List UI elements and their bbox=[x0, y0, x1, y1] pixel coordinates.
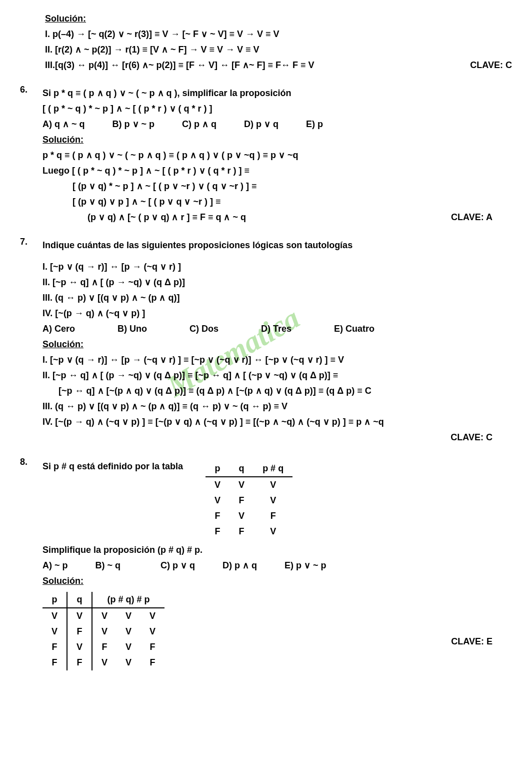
q8-options: A) ~ p B) ~ q C) p ∨ q D) p ∧ q E) p ∨ ~… bbox=[42, 559, 492, 572]
q7-opt-c: C) Dos bbox=[190, 322, 218, 336]
q6-clave: CLAVE: A bbox=[451, 211, 492, 224]
q8-opt-c: C) p ∨ q bbox=[160, 559, 195, 572]
q7-sol-4: IV. [~(p → q) ∧ (~q ∨ p) ] ≡ [~(p ∨ q) ∧… bbox=[42, 415, 492, 429]
q6-opt-e: E) p bbox=[306, 118, 323, 131]
th2-pq: (p # q) # p bbox=[92, 592, 164, 608]
q8-solucion: Solución: bbox=[42, 576, 84, 586]
q8-number: 8. bbox=[20, 457, 40, 467]
q6-opt-d: D) p ∨ q bbox=[244, 118, 278, 131]
q6-prompt-2: [ ( p * ~ q ) * ~ p ] ∧ ~ [ ( p * r ) ∨ … bbox=[42, 102, 492, 116]
q7-ii: II. [~p ↔ q] ∧ [ (p → ~q) ∨ (q Δ p)] bbox=[42, 276, 492, 289]
q7-clave: CLAVE: C bbox=[42, 431, 492, 444]
q7-sol-2: II. [~p ↔ q] ∧ [ (p → ~q) ∨ (q Δ p)] ≡ [… bbox=[42, 369, 492, 382]
q7-i: I. [~p ∨ (q → r)] ↔ [p → (~q ∨ r) ] bbox=[42, 260, 492, 274]
th2-p: p bbox=[42, 592, 67, 608]
q7-iii: III. (q ↔ p) ∨ [(q ∨ p) ∧ ~ (p ∧ q)] bbox=[42, 291, 492, 305]
q8-opt-a: A) ~ p bbox=[42, 559, 68, 572]
table-row: FFVVF bbox=[42, 655, 164, 670]
sol-line-ii: II. [r(2) ∧ ~ p(2)] → r(1) ≡ [V ∧ ~ F] →… bbox=[45, 43, 512, 57]
th-q: q bbox=[230, 461, 254, 477]
q6-sol-4: [ (p ∨ q) ∨ p ] ∧ ~ [ ( p ∨ q ∨ ~r ) ] ≡ bbox=[42, 195, 492, 209]
q6-opt-c: C) p ∧ q bbox=[182, 118, 216, 131]
q6-opt-a: A) q ∧ ~ q bbox=[42, 118, 85, 131]
th-p: p bbox=[206, 461, 230, 477]
q8-prompt: Si p # q está definido por la tabla p q … bbox=[42, 459, 492, 541]
q8-opt-b: B) ~ q bbox=[96, 559, 121, 572]
q7-opt-b: B) Uno bbox=[118, 322, 147, 336]
q7-sol-2b: [~p ↔ q] ∧ [~(p ∧ q) ∨ (q Δ p)] ≡ (q Δ p… bbox=[42, 384, 492, 398]
q6-sol-3: [ (p ∨ q) * ~ p ] ∧ ~ [ ( p ∨ ~r ) ∨ ( q… bbox=[42, 180, 492, 193]
q6-opt-b: B) p ∨ ~ p bbox=[112, 118, 155, 131]
question-7: 7. Indique cuántas de las siguientes pro… bbox=[20, 237, 512, 446]
th2-q: q bbox=[67, 592, 92, 608]
q7-sol-3: III. (q ↔ p) ∨ [(q ∨ p) ∧ ~ (p ∧ q)] ≡ (… bbox=[42, 400, 492, 413]
table-row: FVF bbox=[206, 508, 292, 524]
q8-clave: CLAVE: E bbox=[451, 635, 492, 648]
th-pq: p # q bbox=[254, 461, 292, 477]
q6-sol-5: (p ∨ q) ∧ [~ ( p ∨ q) ∧ r ] ≡ F ≡ q ∧ ~ … bbox=[42, 211, 492, 224]
q8-prompt-2: Simplifique la proposición (p # q) # p. bbox=[42, 543, 492, 557]
q6-solucion: Solución: bbox=[42, 135, 84, 145]
solution-block-top: Solución: I. p(–4) → [~ q(2) ∨ ~ r(3)] ≡… bbox=[45, 12, 512, 72]
q8-opt-e: E) p ∨ ~ p bbox=[284, 559, 326, 572]
sol-line-i: I. p(–4) → [~ q(2) ∨ ~ r(3)] ≡ V → [~ F … bbox=[45, 28, 512, 41]
question-6: 6. Si p * q ≡ ( p ∧ q ) ∨ ~ ( ~ p ∧ q ),… bbox=[20, 85, 512, 226]
q7-solucion: Solución: bbox=[42, 339, 84, 349]
q6-number: 6. bbox=[20, 85, 40, 95]
q7-opt-a: A) Cero bbox=[42, 322, 75, 336]
q7-iv: IV. [~(p → q) ∧ (~q ∨ p) ] bbox=[42, 307, 492, 320]
q7-options: A) Cero B) Uno C) Dos D) Tres E) Cuatro bbox=[42, 322, 492, 336]
sol-line-iii: III.[q(3) ↔ p(4)] ↔ [r(6) ∧~ p(2)] ≡ [F … bbox=[45, 59, 512, 72]
q6-sol-1: p * q ≡ ( p ∧ q ) ∨ ~ ( ~ p ∧ q ) ≡ ( p … bbox=[42, 149, 492, 162]
q8-opt-d: D) p ∧ q bbox=[222, 559, 257, 572]
q8-solution-table: p q (p # q) # p VVVVV VFVVV FVFVF FFVVF bbox=[42, 592, 164, 670]
q7-prompt: Indique cuántas de las siguientes propos… bbox=[42, 239, 492, 252]
table-row: VFV bbox=[206, 493, 292, 508]
q6-sol-2: Luego [ ( p * ~ q ) * ~ p ] ∧ ~ [ ( p * … bbox=[42, 164, 492, 178]
clave-top: CLAVE: C bbox=[470, 59, 512, 72]
table-row: FVFVF bbox=[42, 639, 164, 655]
q7-opt-e: E) Cuatro bbox=[334, 322, 374, 336]
question-8: 8. Si p # q está definido por la tabla p… bbox=[20, 457, 512, 674]
q8-truth-table: p q p # q VVV VFV FVF FFV bbox=[206, 461, 292, 539]
table-row: VVVVV bbox=[42, 608, 164, 624]
table-row: VFVVV bbox=[42, 624, 164, 639]
q7-opt-d: D) Tres bbox=[261, 322, 292, 336]
q7-number: 7. bbox=[20, 237, 40, 247]
q6-options: A) q ∧ ~ q B) p ∨ ~ p C) p ∧ q D) p ∨ q … bbox=[42, 118, 492, 131]
q7-sol-1: I. [~p ∨ (q → r)] ↔ [p → (~q ∨ r) ] ≡ [~… bbox=[42, 353, 492, 367]
solucion-heading: Solución: bbox=[45, 14, 86, 24]
table-row: VVV bbox=[206, 477, 292, 493]
q6-prompt-1: Si p * q ≡ ( p ∧ q ) ∨ ~ ( ~ p ∧ q ), si… bbox=[42, 87, 492, 100]
table-row: FFV bbox=[206, 524, 292, 539]
